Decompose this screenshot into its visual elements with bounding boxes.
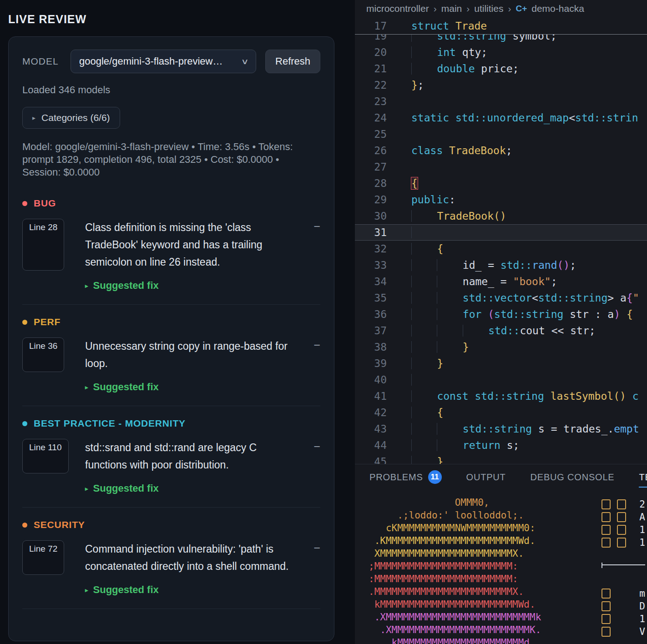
code-line[interactable]: 35 std::vector<std::string> a{" bbox=[355, 290, 647, 306]
code-line[interactable]: 41 const std::string lastSymbol() c bbox=[355, 388, 647, 404]
line-number[interactable]: 38 bbox=[355, 339, 387, 355]
code-line-content: std::string symbol; bbox=[387, 35, 647, 44]
line-number[interactable]: 29 bbox=[355, 191, 387, 208]
suggested-fix-toggle[interactable]: ▸Suggested fix bbox=[85, 381, 320, 393]
tab-debug-console[interactable]: DEBUG CONSOLE bbox=[531, 464, 615, 490]
refresh-button[interactable]: Refresh bbox=[265, 50, 320, 73]
indent-guide bbox=[411, 341, 437, 353]
glyph-box-icon bbox=[602, 499, 611, 509]
line-number[interactable]: 24 bbox=[355, 110, 387, 126]
code-line-content bbox=[387, 126, 647, 142]
collapse-button[interactable]: − bbox=[308, 439, 320, 473]
line-number[interactable]: 34 bbox=[355, 273, 387, 290]
model-select-value: google/gemini-3-flash-preview… bbox=[79, 55, 222, 67]
code-area[interactable]: 19 std::string symbol;20 int qty;21 doub… bbox=[355, 35, 647, 464]
line-number[interactable]: 33 bbox=[355, 257, 387, 273]
category-dot-icon bbox=[22, 421, 27, 426]
code-line[interactable]: 45 } bbox=[355, 453, 647, 464]
suggested-fix-toggle[interactable]: ▸Suggested fix bbox=[85, 280, 320, 292]
code-line[interactable]: 28{ bbox=[355, 175, 647, 191]
code-line[interactable]: 26class TradeBook; bbox=[355, 142, 647, 159]
breadcrumb-separator: › bbox=[434, 3, 437, 14]
line-number[interactable]: 44 bbox=[355, 437, 387, 453]
code-line[interactable]: 43 std::string s = trades_.empt bbox=[355, 421, 647, 437]
terminal[interactable]: OMMM0, .;loddo:' loolloddol;. cKMMMMMMMM… bbox=[355, 490, 647, 644]
collapse-button[interactable]: − bbox=[308, 337, 320, 372]
code-line[interactable]: 37 std::cout << str; bbox=[355, 322, 647, 339]
tab-problems[interactable]: PROBLEMS11 bbox=[369, 464, 442, 490]
code-token: rand bbox=[532, 259, 557, 271]
line-badge[interactable]: Line 36 bbox=[22, 337, 64, 372]
line-number[interactable]: 30 bbox=[355, 208, 387, 224]
line-number[interactable]: 20 bbox=[355, 44, 387, 60]
model-label: MODEL bbox=[22, 56, 71, 67]
line-number[interactable]: 45 bbox=[355, 453, 387, 464]
line-number[interactable]: 28 bbox=[355, 175, 387, 191]
line-badge[interactable]: Line 72 bbox=[22, 540, 64, 575]
breadcrumb-item[interactable]: main bbox=[441, 3, 462, 14]
collapse-button[interactable]: − bbox=[308, 219, 320, 271]
code-token: { bbox=[627, 292, 633, 304]
line-number[interactable]: 35 bbox=[355, 290, 387, 306]
tab-te[interactable]: TE bbox=[639, 464, 647, 490]
line-number[interactable]: 31 bbox=[355, 224, 387, 241]
line-number[interactable]: 40 bbox=[355, 372, 387, 388]
code-line[interactable]: 42 { bbox=[355, 404, 647, 421]
code-token: s; bbox=[500, 439, 520, 451]
current-code-line[interactable]: 31 bbox=[355, 224, 647, 241]
collapse-button[interactable]: − bbox=[308, 540, 320, 575]
breadcrumb-file[interactable]: demo-hacka bbox=[531, 3, 584, 14]
info-row: D bbox=[602, 600, 645, 613]
line-number[interactable]: 39 bbox=[355, 355, 387, 372]
line-number[interactable]: 27 bbox=[355, 159, 387, 175]
line-number[interactable]: 25 bbox=[355, 126, 387, 142]
code-line[interactable]: 32 { bbox=[355, 241, 647, 257]
code-line[interactable]: 44 return s; bbox=[355, 437, 647, 453]
line-number[interactable]: 36 bbox=[355, 306, 387, 322]
issue-row: Line 72Command injection vulnerability: … bbox=[22, 540, 320, 575]
line-number[interactable]: 22 bbox=[355, 77, 387, 93]
breadcrumb-item[interactable]: utilities bbox=[474, 3, 503, 14]
suggested-fix-label: Suggested fix bbox=[93, 381, 159, 393]
line-number[interactable]: 26 bbox=[355, 142, 387, 159]
line-number[interactable]: 37 bbox=[355, 322, 387, 339]
code-line[interactable]: 36 for (std::string str : a) { bbox=[355, 306, 647, 322]
code-line[interactable]: 39 } bbox=[355, 355, 647, 372]
line-number[interactable]: 32 bbox=[355, 241, 387, 257]
code-line[interactable]: 29public: bbox=[355, 191, 647, 208]
page-title: LIVE REVIEW bbox=[8, 13, 355, 26]
code-line[interactable]: 34 name_ = "book"; bbox=[355, 273, 647, 290]
code-line[interactable]: 25 bbox=[355, 126, 647, 142]
code-line[interactable]: 30 TradeBook() bbox=[355, 208, 647, 224]
info-text: m bbox=[639, 588, 645, 599]
code-token: { bbox=[437, 243, 443, 255]
tab-output[interactable]: OUTPUT bbox=[466, 464, 506, 490]
line-number[interactable]: 43 bbox=[355, 421, 387, 437]
suggested-fix-toggle[interactable]: ▸Suggested fix bbox=[85, 584, 320, 596]
categories-toggle[interactable]: ▸ Categories (6/6) bbox=[22, 107, 120, 129]
tab-label: PROBLEMS bbox=[369, 472, 423, 483]
code-line[interactable]: 40 bbox=[355, 372, 647, 388]
breadcrumb-separator: › bbox=[466, 3, 470, 14]
code-line[interactable]: 33 id_ = std::rand(); bbox=[355, 257, 647, 273]
suggested-fix-toggle[interactable]: ▸Suggested fix bbox=[85, 483, 320, 494]
code-line[interactable]: 23 bbox=[355, 93, 647, 110]
line-number[interactable]: 42 bbox=[355, 404, 387, 421]
code-line[interactable]: 20 int qty; bbox=[355, 44, 647, 60]
breadcrumb-item[interactable]: microcontroller bbox=[366, 3, 429, 14]
code-line[interactable]: 21 double price; bbox=[355, 60, 647, 77]
line-badge[interactable]: Line 28 bbox=[22, 219, 64, 271]
model-select[interactable]: google/gemini-3-flash-preview… ∨ bbox=[71, 50, 256, 73]
sticky-scroll-line[interactable]: 17 struct Trade bbox=[355, 17, 647, 35]
code-line[interactable]: 24static std::unordered_map<std::strin bbox=[355, 110, 647, 126]
code-line[interactable]: 27 bbox=[355, 159, 647, 175]
code-line[interactable]: 22}; bbox=[355, 77, 647, 93]
code-line[interactable]: 38 } bbox=[355, 339, 647, 355]
line-number[interactable]: 19 bbox=[355, 35, 387, 44]
line-number[interactable]: 23 bbox=[355, 93, 387, 110]
code-token: cout << str; bbox=[520, 325, 595, 337]
line-badge[interactable]: Line 110 bbox=[22, 439, 69, 473]
code-line[interactable]: 19 std::string symbol; bbox=[355, 35, 647, 44]
line-number[interactable]: 21 bbox=[355, 60, 387, 77]
line-number[interactable]: 41 bbox=[355, 388, 387, 404]
